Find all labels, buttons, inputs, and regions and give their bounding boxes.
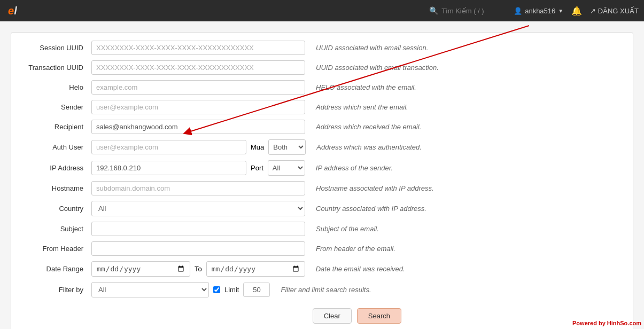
filter-by-group: All Limit [91,282,270,297]
hostname-hint: Hostname associated with IP address. [316,184,434,192]
button-row: Clear Search [91,303,401,324]
search-icon: 🔍 [429,6,438,15]
ip-address-hint: IP address of the sender. [316,164,393,172]
auth-user-row: Auth User Mua Both Webmail SMTP Address … [22,139,622,155]
chevron-down-icon: ▼ [558,8,563,14]
ip-address-row: IP Address Port All 25 587 465 IP addres… [22,160,622,176]
navbar-search-input[interactable] [441,7,506,15]
session-uuid-input[interactable] [91,41,305,55]
date-to-label: To [195,265,202,273]
country-row: Country All Country associated with IP a… [22,201,622,216]
logout-icon: ↗ [590,7,596,15]
mua-select[interactable]: Both Webmail SMTP [268,139,306,155]
auth-user-hint: Address which was authenticated. [316,143,422,151]
subject-hint: Subject of the email. [316,225,379,233]
logout-button[interactable]: ↗ ĐĂNG XUẤT [590,7,639,15]
navbar-right: 🔍 👤 ankha516 ▼ 🔔 ↗ ĐĂNG XUẤT [429,6,639,16]
hostname-label: Hostname [22,184,91,192]
session-uuid-hint: UUID associated with email session. [316,44,428,52]
country-select[interactable]: All [91,201,305,216]
from-header-hint: From header of the email. [316,245,395,253]
username-label: ankha516 [525,7,555,15]
page-wrapper: el 🔍 👤 ankha516 ▼ 🔔 ↗ ĐĂNG XUẤT [0,0,644,329]
bell-icon[interactable]: 🔔 [571,6,582,16]
recipient-label: Recipient [22,123,91,131]
form-container: Session UUID UUID associated with email … [11,32,633,329]
ip-address-input[interactable] [91,161,246,175]
filter-by-row: Filter by All Limit Filter and limit sea… [22,282,622,297]
country-hint: Country associated with IP address. [316,205,426,213]
limit-checkbox[interactable] [213,286,220,293]
port-label: Port [251,164,263,172]
brand-logo: el [5,5,17,17]
date-range-group: To [91,261,305,277]
auth-user-group: Mua Both Webmail SMTP [91,139,306,155]
helo-label: Helo [22,83,91,91]
session-uuid-row: Session UUID UUID associated with email … [22,41,622,55]
date-range-hint: Date the email was received. [316,265,405,273]
transaction-uuid-hint: UUID associated with email transaction. [316,64,439,72]
search-area: 🔍 [429,6,506,15]
logout-label: ĐĂNG XUẤT [598,7,639,15]
date-to-input[interactable] [206,261,305,277]
auth-user-input[interactable] [91,140,246,154]
country-label: Country [22,205,91,213]
ip-address-label: IP Address [22,164,91,172]
subject-input[interactable] [91,222,305,236]
hostname-input[interactable] [91,181,305,195]
search-button[interactable]: Search [357,308,401,324]
auth-user-label: Auth User [22,143,91,151]
main-content: Session UUID UUID associated with email … [0,21,644,329]
recipient-input[interactable] [91,120,305,134]
subject-row: Subject Subject of the email. [22,222,622,236]
filter-by-label: Filter by [22,286,91,294]
helo-row: Helo HELO associated with the email. [22,80,622,95]
sender-input[interactable] [91,100,305,114]
from-header-input[interactable] [91,241,305,256]
session-uuid-label: Session UUID [22,44,91,52]
date-range-label: Date Range [22,265,91,273]
filter-by-hint: Filter and limit search results. [281,286,371,294]
date-range-row: Date Range To Date the email was receive… [22,261,622,277]
recipient-row: Recipient Address which received the ema… [22,120,622,134]
sender-hint: Address which sent the email. [316,103,408,111]
clear-button[interactable]: Clear [313,308,352,324]
sender-row: Sender Address which sent the email. [22,100,622,114]
date-from-input[interactable] [91,261,190,277]
helo-hint: HELO associated with the email. [316,83,416,91]
limit-input[interactable] [243,283,270,297]
sender-label: Sender [22,103,91,111]
watermark: Powered by HinhSo.com [572,320,641,326]
user-icon: 👤 [514,7,522,15]
mua-label: Mua [251,143,264,151]
transaction-uuid-label: Transaction UUID [22,64,91,72]
recipient-hint: Address which received the email. [316,123,421,131]
hostname-row: Hostname Hostname associated with IP add… [22,181,622,195]
transaction-uuid-row: Transaction UUID UUID associated with em… [22,60,622,75]
limit-checkbox-label: Limit [224,286,239,294]
subject-label: Subject [22,225,91,233]
transaction-uuid-input[interactable] [91,60,305,75]
from-header-row: From Header From header of the email. [22,241,622,256]
helo-input[interactable] [91,80,305,95]
navbar: el 🔍 👤 ankha516 ▼ 🔔 ↗ ĐĂNG XUẤT [0,0,644,21]
port-select[interactable]: All 25 587 465 [268,160,305,176]
ip-address-group: Port All 25 587 465 [91,160,305,176]
from-header-label: From Header [22,245,91,253]
user-menu[interactable]: 👤 ankha516 ▼ [514,7,563,15]
filter-by-select[interactable]: All [91,282,209,297]
